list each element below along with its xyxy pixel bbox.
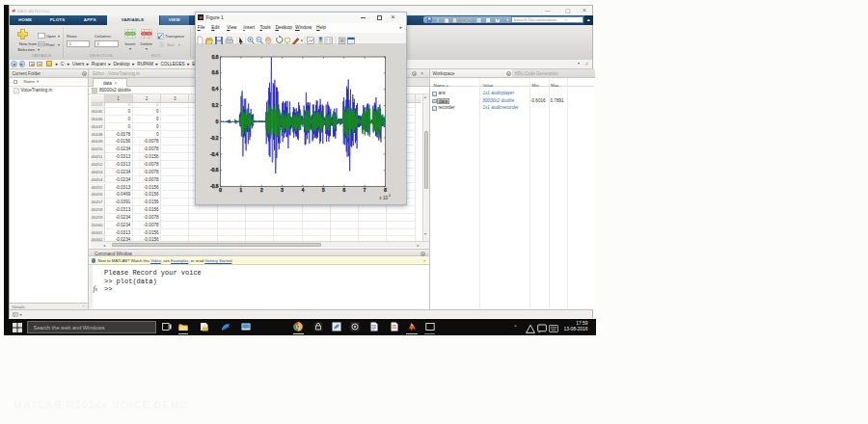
svg-text:-0.2: -0.2 (210, 136, 218, 141)
svg-text:x 10: x 10 (379, 196, 388, 200)
svg-text:-0.6: -0.6 (210, 168, 218, 172)
svg-text:7: 7 (363, 188, 366, 193)
svg-text:0: 0 (219, 188, 222, 193)
svg-text:-0.8: -0.8 (210, 184, 218, 189)
svg-text:0: 0 (215, 119, 218, 124)
svg-text:3: 3 (281, 188, 284, 193)
svg-text:4: 4 (301, 188, 304, 193)
svg-text:0.2: 0.2 (211, 103, 218, 108)
svg-text:4: 4 (389, 194, 391, 198)
svg-text:6: 6 (342, 188, 345, 193)
svg-text:0.6: 0.6 (211, 70, 218, 75)
svg-text:2: 2 (259, 188, 262, 193)
svg-text:0.4: 0.4 (211, 87, 218, 92)
svg-text:1: 1 (239, 188, 242, 193)
svg-text:8: 8 (384, 188, 387, 193)
svg-text:0.8: 0.8 (211, 55, 218, 60)
svg-text:5: 5 (322, 188, 325, 193)
svg-text:-0.4: -0.4 (210, 152, 218, 157)
